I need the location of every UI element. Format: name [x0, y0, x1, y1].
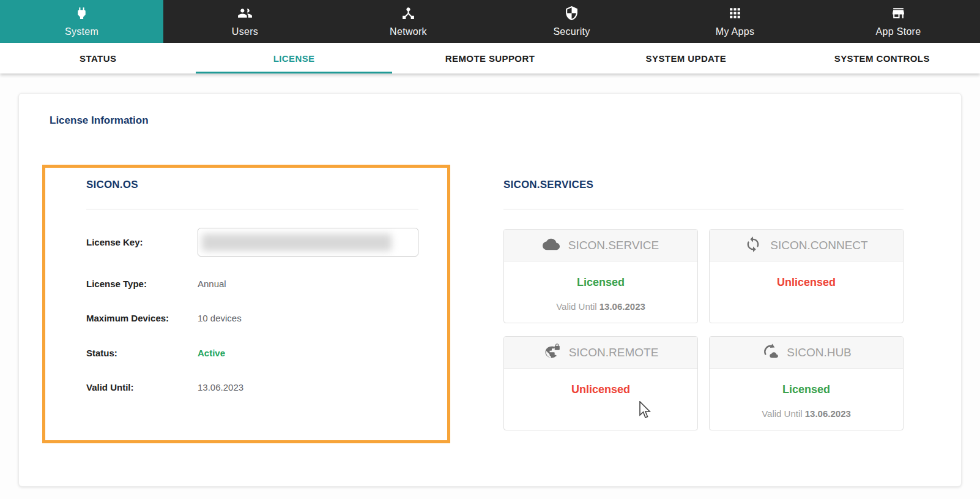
page-title: License Information: [50, 114, 149, 127]
topnav-label: My Apps: [716, 26, 754, 37]
topnav-item-users[interactable]: Users: [163, 0, 327, 43]
tab-system-update[interactable]: SYSTEM UPDATE: [588, 43, 784, 73]
storefront-icon: [891, 6, 906, 23]
service-valid-until: Valid Until 13.06.2023: [556, 301, 645, 312]
service-status: Unlicensed: [571, 383, 630, 396]
sync-icon: [744, 236, 762, 255]
users-icon: [237, 6, 253, 23]
status-label: Status:: [86, 348, 117, 358]
topnav-label: Security: [553, 26, 590, 37]
topnav-item-network[interactable]: Network: [327, 0, 490, 43]
topnav-item-my-apps[interactable]: My Apps: [653, 0, 817, 43]
globe-lock-icon: [543, 343, 560, 362]
service-card-sicon-service: SICON.SERVICE Licensed Valid Until 13.06…: [503, 229, 698, 323]
service-name: SICON.REMOTE: [569, 346, 659, 359]
service-name: SICON.HUB: [787, 346, 852, 359]
service-card-sicon-remote: SICON.REMOTE Unlicensed: [503, 336, 698, 430]
service-name: SICON.SERVICE: [568, 239, 659, 252]
service-card-sicon-connect: SICON.CONNECT Unlicensed: [709, 229, 904, 323]
status-value: Active: [198, 348, 225, 358]
topnav-item-system[interactable]: System: [0, 0, 163, 43]
mouse-cursor: [639, 401, 653, 419]
cloud-icon: [543, 236, 560, 255]
topnav-label: Network: [390, 26, 427, 37]
page: System Users Network Security My Apps Ap…: [0, 0, 980, 499]
sicon-services-heading: SICON.SERVICES: [503, 179, 593, 191]
plug-icon: [74, 6, 89, 23]
topnav-label: System: [65, 26, 98, 37]
license-type-value: Annual: [198, 279, 226, 289]
sicon-os-divider: [86, 209, 418, 209]
tab-status[interactable]: STATUS: [0, 43, 196, 73]
license-type-label: License Type:: [86, 279, 147, 289]
topnav-item-app-store[interactable]: App Store: [817, 0, 980, 43]
license-key-input[interactable]: [198, 228, 418, 257]
sicon-os-heading: SICON.OS: [86, 179, 138, 191]
service-valid-until: Valid Until 13.06.2023: [762, 408, 851, 419]
network-icon: [401, 6, 416, 23]
license-key-redacted-value: [202, 234, 392, 251]
tab-license[interactable]: LICENSE: [196, 43, 392, 73]
service-name: SICON.CONNECT: [770, 239, 867, 252]
valid-until-label: Valid Until:: [86, 382, 134, 392]
tab-system-controls[interactable]: SYSTEM CONTROLS: [784, 43, 980, 73]
service-status: Unlicensed: [777, 276, 836, 289]
topnav-label: Users: [232, 26, 258, 37]
license-information-card: License Information SICON.OS License Key…: [18, 93, 962, 487]
service-status: Licensed: [577, 276, 625, 289]
system-tab-bar: STATUS LICENSE REMOTE SUPPORT SYSTEM UPD…: [0, 43, 980, 73]
topnav-label: App Store: [876, 26, 921, 37]
license-key-label: License Key:: [86, 237, 143, 247]
service-card-sicon-hub: SICON.HUB Licensed Valid Until 13.06.202…: [709, 336, 904, 430]
cloud-sync-icon: [761, 343, 778, 362]
service-status: Licensed: [782, 383, 830, 396]
top-navigation: System Users Network Security My Apps Ap…: [0, 0, 980, 43]
topnav-item-security[interactable]: Security: [490, 0, 653, 43]
tab-remote-support[interactable]: REMOTE SUPPORT: [392, 43, 588, 73]
sicon-os-highlight-box: [42, 165, 450, 443]
valid-until-value: 13.06.2023: [198, 382, 243, 392]
apps-grid-icon: [727, 6, 743, 23]
shield-icon: [564, 6, 579, 23]
maximum-devices-value: 10 devices: [198, 313, 242, 323]
sicon-services-divider: [503, 209, 904, 209]
maximum-devices-label: Maximum Devices:: [86, 313, 169, 323]
